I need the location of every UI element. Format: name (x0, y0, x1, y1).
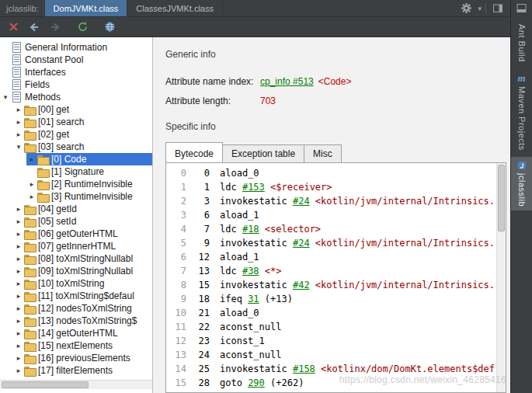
tool-windows-icon[interactable] (516, 3, 527, 16)
constant-pool-link[interactable]: #18 (242, 224, 259, 235)
horizontal-scrollbar[interactable] (0, 380, 152, 389)
constant-pool-link[interactable]: #24 (293, 238, 310, 249)
expand-icon[interactable]: ▸ (13, 106, 24, 113)
expand-icon[interactable]: ▸ (13, 292, 24, 300)
expand-icon[interactable]: ▸ (13, 354, 24, 362)
tree-row[interactable]: Constant Pool (0, 54, 152, 66)
class-file-tab[interactable]: DomJVMKt.class (45, 0, 128, 16)
constant-pool-link[interactable]: cp_info #513 (260, 76, 314, 87)
tool-window-tab-ant-build[interactable]: Ant Build (511, 20, 532, 66)
tree-row[interactable]: Fields (0, 78, 152, 91)
tab-misc[interactable]: Misc (304, 144, 342, 162)
expand-icon[interactable]: ▸ (26, 193, 37, 200)
tree-row[interactable]: ▸[3] RuntimeInvisible (0, 190, 152, 203)
tree-row-content: ▸[11] toXmlString$defaul (13, 290, 152, 302)
constant-pool-link[interactable]: 31 (248, 294, 259, 304)
constant-pool-link[interactable]: #38 (242, 266, 259, 276)
expand-icon[interactable]: ▸ (13, 304, 24, 312)
tree-item-label: [13] nodesToXmlString$ (36, 315, 137, 326)
tree-row[interactable]: ▸[01] search (0, 116, 152, 128)
tree-row[interactable]: ▸[12] nodesToXmlString (0, 302, 152, 315)
back-icon[interactable] (26, 19, 42, 35)
tree-row[interactable]: ▸[17] filterElements (0, 364, 152, 377)
tree-row[interactable]: ▸[09] toXmlStringNullabl (0, 265, 152, 277)
constant-pool-link[interactable]: #24 (293, 196, 310, 207)
expand-icon[interactable]: ▸ (13, 317, 24, 325)
document-icon (12, 92, 21, 103)
tab-exception-table[interactable]: Exception table (222, 144, 304, 162)
class-file-tab[interactable]: ClassesJVMKt.class (127, 0, 223, 16)
expand-icon[interactable]: ▸ (13, 280, 24, 287)
tree-row[interactable]: ▸[15] nextElements (0, 339, 152, 352)
close-icon[interactable] (5, 19, 21, 35)
indent-spacer (0, 184, 26, 185)
tree-row[interactable]: [1] Signature (0, 165, 152, 178)
expand-icon[interactable]: ▸ (13, 342, 24, 350)
expand-icon[interactable]: ▸ (26, 180, 37, 188)
tree-row[interactable]: ▸[06] getOuterHTML (0, 228, 152, 240)
bytecode-line: 00aload_0 (168, 166, 495, 180)
expand-icon[interactable]: ▸ (13, 205, 24, 213)
refresh-icon[interactable] (75, 19, 90, 35)
expand-icon[interactable]: ▸ (13, 329, 24, 337)
tree-row[interactable]: Interfaces (0, 66, 152, 78)
tree-row-content: ▸[01] search (13, 116, 152, 128)
expand-icon[interactable]: ▸ (13, 255, 24, 263)
tree-row[interactable]: ▸[07] getInnerHTML (0, 240, 152, 252)
expand-icon[interactable]: ▸ (26, 155, 37, 163)
tree-row[interactable]: ▸[11] toXmlString$defaul (0, 290, 152, 302)
tree-row[interactable]: ▸[16] previousElements (0, 352, 152, 364)
constant-pool-link[interactable]: #158 (293, 363, 315, 374)
tree-row-content: ▸[07] getInnerHTML (13, 240, 152, 252)
expand-icon[interactable]: ▸ (13, 130, 24, 138)
indent-spacer (0, 159, 26, 160)
expand-icon[interactable]: ▸ (13, 242, 24, 250)
tree-row[interactable]: ▸[13] nodesToXmlString$ (0, 315, 152, 327)
constant-pool-link[interactable]: #153 (242, 182, 265, 193)
tree-row[interactable]: ▾Methods (0, 91, 152, 103)
constant-pool-link[interactable]: 290 (248, 377, 265, 388)
tree-row[interactable]: ▾[03] search (0, 141, 152, 153)
bytecode-offset: 6 (190, 208, 210, 222)
collapse-icon[interactable]: ▾ (13, 143, 24, 151)
folder-icon (24, 353, 36, 363)
tree-row-content: ▸[13] nodesToXmlString$ (13, 315, 152, 327)
tree-item-label: [11] toXmlString$defaul (36, 290, 134, 301)
tree-row[interactable]: ▸[10] toXmlString (0, 277, 152, 290)
constant-pool-link[interactable]: #42 (293, 280, 310, 290)
gear-icon[interactable] (458, 1, 474, 16)
tree-row[interactable]: ▸[04] getId (0, 203, 152, 215)
expand-icon[interactable]: ▸ (13, 367, 24, 374)
indent-spacer (0, 271, 13, 272)
expand-icon[interactable]: ▸ (13, 267, 24, 275)
tool-window-tab-maven-projects[interactable]: mMaven Projects (511, 70, 532, 155)
tree-row[interactable]: ▸[08] toXmlStringNullabl (0, 252, 152, 265)
tree-row[interactable]: ▸[0] Code (0, 153, 152, 165)
collapse-icon[interactable]: ▾ (0, 93, 11, 101)
indent-spacer (0, 370, 13, 371)
expand-icon[interactable]: ▸ (13, 217, 24, 225)
bytecode-line: 23invokestatic #24 <kotlin/jvm/internal/… (168, 194, 495, 208)
tree-row[interactable]: ▸[00] get (0, 103, 152, 116)
scrollbar-thumb[interactable] (2, 381, 89, 388)
browser-icon[interactable] (102, 19, 117, 35)
hide-window-icon[interactable] (490, 1, 506, 16)
scrollbar-thumb[interactable] (498, 165, 505, 231)
tree-row[interactable]: ▸[05] setId (0, 215, 152, 228)
forward-icon[interactable] (47, 19, 63, 35)
tab-bytecode[interactable]: Bytecode (165, 142, 223, 162)
tool-window-tab-jclasslib[interactable]: jclasslib (511, 157, 532, 210)
expand-icon[interactable]: ▸ (13, 118, 24, 126)
indent-spacer (0, 296, 13, 297)
expand-icon[interactable]: ▸ (13, 230, 24, 238)
class-structure-panel: General InformationConstant PoolInterfac… (0, 37, 153, 393)
tree-row[interactable]: ▸[02] get (0, 128, 152, 141)
tree-row[interactable]: General Information (0, 41, 152, 54)
chevron-down-icon[interactable]: ▾ (478, 5, 482, 12)
tree-row[interactable]: ▸[2] RuntimeInvisible (0, 178, 152, 190)
indent-spacer (0, 209, 13, 210)
vertical-scrollbar[interactable] (496, 163, 506, 392)
attribute-detail-panel: Generic info Attribute name index:cp_inf… (153, 37, 510, 393)
tree-row[interactable]: ▸[14] getOuterHTML (0, 327, 152, 339)
tree-item-label: Fields (23, 79, 50, 90)
